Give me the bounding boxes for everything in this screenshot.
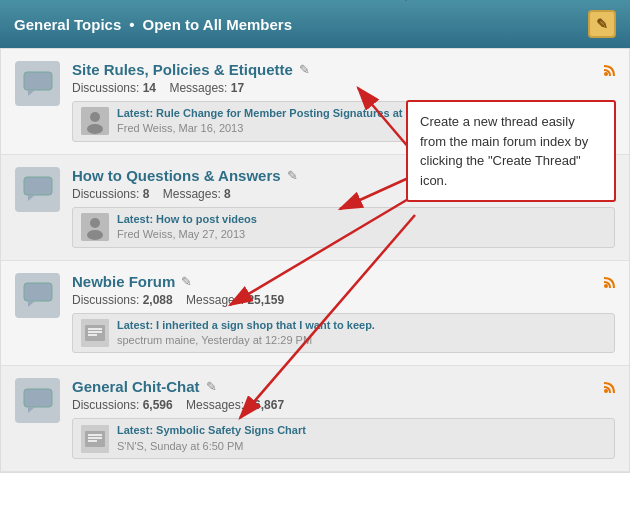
forum-title-row: Newbie Forum ✎ xyxy=(72,273,615,290)
latest-avatar xyxy=(81,213,109,241)
header-title: General Topics xyxy=(14,16,121,33)
latest-text: Latest: How to post videos Fred Weiss, M… xyxy=(117,212,257,243)
edit-icon[interactable]: ✎ xyxy=(299,62,310,77)
forum-stats: Discussions: 6,596 Messages: 96,867 xyxy=(72,398,615,412)
forum-title[interactable]: Newbie Forum xyxy=(72,273,175,290)
svg-rect-12 xyxy=(24,283,52,301)
messages-label: Messages: 96,867 xyxy=(186,398,284,412)
discussions-label: Discussions: 2,088 xyxy=(72,293,173,307)
svg-marker-21 xyxy=(28,407,35,413)
svg-marker-1 xyxy=(28,90,35,96)
svg-point-27 xyxy=(604,389,608,393)
latest-author: spectrum maine, Yesterday at 12:29 PM xyxy=(117,333,375,348)
page-header: General Topics • Open to All Members Cre… xyxy=(0,0,630,48)
forum-icon xyxy=(15,378,60,423)
rss-icon[interactable] xyxy=(603,63,617,81)
svg-rect-15 xyxy=(85,325,105,341)
latest-title[interactable]: Latest: How to post videos xyxy=(117,213,257,225)
forum-content: General Chit-Chat ✎ Discussions: 6,596 M… xyxy=(72,378,615,459)
messages-label: Messages: 17 xyxy=(169,81,244,95)
latest-post: Latest: Symbolic Safety Signs Chart S'N'… xyxy=(72,418,615,459)
svg-rect-6 xyxy=(24,177,52,195)
svg-rect-20 xyxy=(24,389,52,407)
svg-point-4 xyxy=(87,124,103,134)
forum-title[interactable]: How to Questions & Answers xyxy=(72,167,281,184)
discussions-label: Discussions: 6,596 xyxy=(72,398,173,412)
latest-avatar xyxy=(81,425,109,453)
discussions-label: Discussions: 14 xyxy=(72,81,156,95)
forum-item: Newbie Forum ✎ Discussions: 2,088 Messag… xyxy=(1,261,629,367)
forum-icon xyxy=(15,273,60,318)
latest-author: Fred Weiss, May 27, 2013 xyxy=(117,227,257,242)
latest-post: Latest: How to post videos Fred Weiss, M… xyxy=(72,207,615,248)
edit-icon[interactable]: ✎ xyxy=(206,379,217,394)
forum-stats: Discussions: 2,088 Messages: 25,159 xyxy=(72,293,615,307)
forum-title-row: Site Rules, Policies & Etiquette ✎ xyxy=(72,61,615,78)
header-subtitle: Open to All Members xyxy=(143,16,292,33)
latest-avatar xyxy=(81,107,109,135)
forum-item: General Chit-Chat ✎ Discussions: 6,596 M… xyxy=(1,366,629,472)
create-thread-button[interactable]: ✎ xyxy=(588,10,616,38)
latest-text: Latest: Symbolic Safety Signs Chart S'N'… xyxy=(117,423,306,454)
callout-box: Create a new thread easily from the main… xyxy=(406,100,616,202)
svg-point-19 xyxy=(604,284,608,288)
svg-marker-13 xyxy=(28,301,35,307)
latest-title[interactable]: Latest: I inherited a sign shop that I w… xyxy=(117,319,375,331)
header-separator: • xyxy=(129,16,134,33)
svg-point-3 xyxy=(90,112,100,122)
create-thread-area: Create Thread ✎ xyxy=(588,10,616,38)
svg-point-9 xyxy=(90,218,100,228)
latest-author: S'N'S, Sunday at 6:50 PM xyxy=(117,439,306,454)
rss-icon[interactable] xyxy=(603,380,617,398)
discussions-label: Discussions: 8 xyxy=(72,187,149,201)
forum-title[interactable]: General Chit-Chat xyxy=(72,378,200,395)
latest-title[interactable]: Latest: Symbolic Safety Signs Chart xyxy=(117,424,306,436)
forum-title-row: General Chit-Chat ✎ xyxy=(72,378,615,395)
messages-label: Messages: 8 xyxy=(163,187,231,201)
compose-icon: ✎ xyxy=(596,16,608,32)
forum-stats: Discussions: 14 Messages: 17 xyxy=(72,81,615,95)
svg-marker-7 xyxy=(28,195,35,201)
svg-rect-0 xyxy=(24,72,52,90)
latest-avatar xyxy=(81,319,109,347)
forum-icon xyxy=(15,61,60,106)
svg-rect-23 xyxy=(85,431,105,447)
svg-point-10 xyxy=(87,230,103,240)
forum-icon xyxy=(15,167,60,212)
callout-text: Create a new thread easily from the main… xyxy=(420,114,588,188)
edit-icon[interactable]: ✎ xyxy=(181,274,192,289)
rss-icon[interactable] xyxy=(603,275,617,293)
latest-post: Latest: I inherited a sign shop that I w… xyxy=(72,313,615,354)
svg-point-5 xyxy=(604,72,608,76)
forum-title[interactable]: Site Rules, Policies & Etiquette xyxy=(72,61,293,78)
latest-text: Latest: I inherited a sign shop that I w… xyxy=(117,318,375,349)
edit-icon[interactable]: ✎ xyxy=(287,168,298,183)
messages-label: Messages: 25,159 xyxy=(186,293,284,307)
forum-content: Newbie Forum ✎ Discussions: 2,088 Messag… xyxy=(72,273,615,354)
